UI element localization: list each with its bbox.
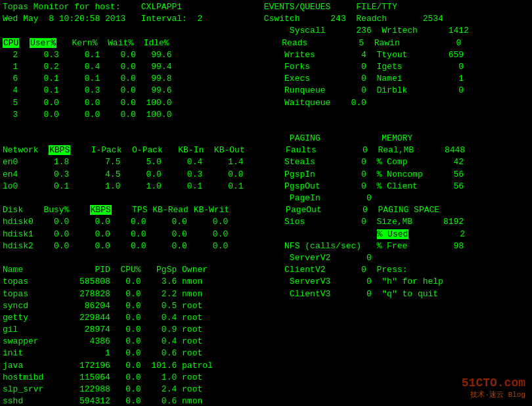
proc-gil: gil 28974 0.0 0.9 root [3, 325, 202, 334]
disk-header: Disk Busy% KBPS TPS KB-Read KB-Writ Page… [3, 205, 439, 215]
blank-1 [3, 122, 8, 131]
cpu-row-1: 1 0.2 0.4 0.0 99.4 Forks 0 Igets 0 [3, 62, 464, 72]
net-en0: en0 1.8 7.5 5.0 0.4 1.4 Steals 0 % Comp … [3, 157, 464, 167]
kbps-label: KBPS [49, 145, 70, 155]
terminal-screen: Topas Monitor for host: CXLPAPP1 EVENTS/… [0, 0, 532, 406]
cpu-row-3: 3 0.0 0.0 0.0 100.0 [3, 110, 171, 120]
kbps-disk-label: KBPS [90, 205, 112, 215]
proc-hostmibd: hostmibd 115064 0.0 1.0 root [3, 372, 202, 382]
disk-hdisk1: hdisk1 0.0 0.0 0.0 0.0 0.0 % Used 2 [3, 229, 465, 239]
date-line: Wed May 8 10:20:58 2013 Interval: 2 Cswi… [3, 14, 443, 24]
proc-swapper: swapper 4386 0.0 0.4 root [3, 336, 202, 346]
terminal-output: Topas Monitor for host: CXLPAPP1 EVENTS/… [3, 1, 529, 406]
cpu-row-2: 2 0.3 0.1 0.0 99.6 Writes 4 Ttyout 659 [3, 50, 464, 60]
watermark: 51CTO.com 技术·速云 Blog [462, 376, 525, 399]
proc-java: java 172196 0.0 101.6 patrol [3, 361, 213, 371]
disk-hdisk2: hdisk2 0.0 0.0 0.0 0.0 0.0 NFS (calls/se… [3, 241, 464, 251]
watermark-sub-text: 技术·速云 Blog [462, 390, 525, 399]
cpu-row-6: 6 0.1 0.1 0.0 99.8 Execs 0 Namei 1 [3, 74, 464, 83]
line-2: Syscall 236 Writech 1412 [3, 26, 469, 35]
net-en4: en4 0.3 4.5 0.0 0.3 0.0 PgspIn 0 % Nonco… [3, 169, 464, 179]
proc-topas-1: topas 585808 0.0 3.6 nmon ServerV3 0 "h"… [3, 277, 443, 286]
proc-syncd: syncd 86204 0.0 0.5 root [3, 301, 202, 311]
pagein-line: PageIn 0 [3, 193, 372, 203]
proc-topas-2: topas 278828 0.0 2.2 nmon ClientV3 0 "q"… [3, 289, 438, 299]
cpu-header: CPU User% Kern% Wait% Idle% Reads 5 Rawi… [3, 38, 461, 48]
watermark-51cto-text: 51CTO.com [462, 376, 525, 390]
net-lo0: lo0 0.1 1.0 1.0 0.1 0.1 PgspOut 0 % Clie… [3, 181, 464, 191]
proc-init: init 1 0.0 0.6 root [3, 348, 202, 358]
network-header: Network KBPS I-Pack O-Pack KB-In KB-Out … [3, 145, 465, 155]
paging-memory-header: PAGING MEMORY [3, 133, 412, 143]
user-pct-label: User% [30, 38, 56, 48]
disk-hdisk0: hdisk0 0.0 0.0 0.0 0.0 0.0 Sios 0 Size,M… [3, 217, 464, 227]
proc-sshd-1: sshd 594312 0.0 0.6 nmon [3, 396, 202, 406]
proc-slp-srvr: slp_srvr 122988 0.0 2.4 root [3, 384, 202, 394]
cpu-label: CPU [3, 38, 19, 48]
title-line: Topas Monitor for host: CXLPAPP1 EVENTS/… [3, 2, 397, 12]
process-header: Name PID CPU% PgSp Owner ClientV2 0 Pres… [3, 265, 407, 275]
cpu-row-5: 5 0.0 0.0 0.0 100.0 Waitqueue 0.0 [3, 98, 366, 108]
cpu-row-4: 4 0.1 0.3 0.0 99.6 Runqueue 0 Dirblk 0 [3, 85, 464, 95]
nfs-serverv2: ServerV2 0 [3, 253, 372, 263]
used-label: % Used [377, 229, 409, 239]
proc-getty: getty 229844 0.0 0.4 root [3, 313, 202, 323]
